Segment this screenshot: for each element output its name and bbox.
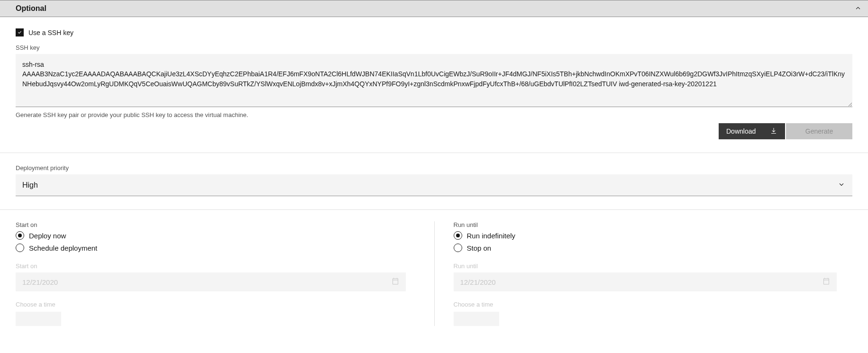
chevron-up-icon bbox=[855, 5, 861, 13]
deploy-now-radio[interactable] bbox=[16, 231, 24, 240]
start-on-column: Start on Deploy now Schedule deployment … bbox=[16, 221, 434, 326]
use-ssh-key-checkbox[interactable] bbox=[16, 28, 24, 36]
start-time-input bbox=[16, 312, 61, 326]
start-date-label: Start on bbox=[16, 262, 406, 270]
run-indefinitely-radio-row[interactable]: Run indefinitely bbox=[454, 231, 837, 240]
accordion-title: Optional bbox=[16, 4, 46, 13]
run-indefinitely-radio[interactable] bbox=[454, 231, 462, 240]
stop-on-radio[interactable] bbox=[454, 244, 462, 252]
download-icon bbox=[770, 127, 777, 136]
priority-section: Deployment priority High bbox=[0, 153, 868, 210]
schedule-deployment-radio-row[interactable]: Schedule deployment bbox=[16, 244, 406, 252]
priority-select-wrap[interactable]: High bbox=[16, 174, 852, 196]
run-date-label: Run until bbox=[454, 262, 837, 270]
download-button-label: Download bbox=[726, 127, 756, 135]
priority-select[interactable]: High bbox=[16, 174, 852, 196]
generate-button: Generate bbox=[786, 123, 852, 139]
run-date-input bbox=[454, 272, 837, 291]
stop-on-radio-row[interactable]: Stop on bbox=[454, 244, 837, 252]
ssh-key-textarea[interactable] bbox=[16, 54, 852, 107]
ssh-helper-text: Generate SSH key pair or provide your pu… bbox=[16, 111, 852, 118]
accordion-header-optional[interactable]: Optional bbox=[0, 0, 868, 17]
run-until-label: Run until bbox=[454, 221, 837, 228]
calendar-icon bbox=[822, 278, 830, 287]
stop-on-label: Stop on bbox=[467, 244, 492, 252]
priority-label: Deployment priority bbox=[16, 164, 852, 172]
run-time-input bbox=[454, 312, 499, 326]
schedule-deployment-label: Schedule deployment bbox=[29, 244, 97, 252]
ssh-key-label: SSH key bbox=[16, 44, 852, 51]
run-indefinitely-label: Run indefinitely bbox=[467, 232, 516, 240]
deploy-now-radio-row[interactable]: Deploy now bbox=[16, 231, 406, 240]
start-date-input bbox=[16, 272, 406, 291]
use-ssh-key-checkbox-row[interactable]: Use a SSH key bbox=[16, 28, 852, 36]
schedule-deployment-radio[interactable] bbox=[16, 244, 24, 252]
use-ssh-key-label: Use a SSH key bbox=[28, 29, 73, 36]
download-button[interactable]: Download bbox=[719, 123, 785, 139]
run-time-label: Choose a time bbox=[454, 301, 837, 308]
start-time-label: Choose a time bbox=[16, 301, 406, 308]
start-on-label: Start on bbox=[16, 221, 406, 228]
generate-button-label: Generate bbox=[805, 127, 833, 135]
calendar-icon bbox=[392, 278, 399, 287]
deploy-now-label: Deploy now bbox=[29, 232, 66, 240]
run-until-column: Run until Run indefinitely Stop on Run u… bbox=[434, 221, 853, 326]
ssh-section: Use a SSH key SSH key Generate SSH key p… bbox=[0, 17, 868, 153]
